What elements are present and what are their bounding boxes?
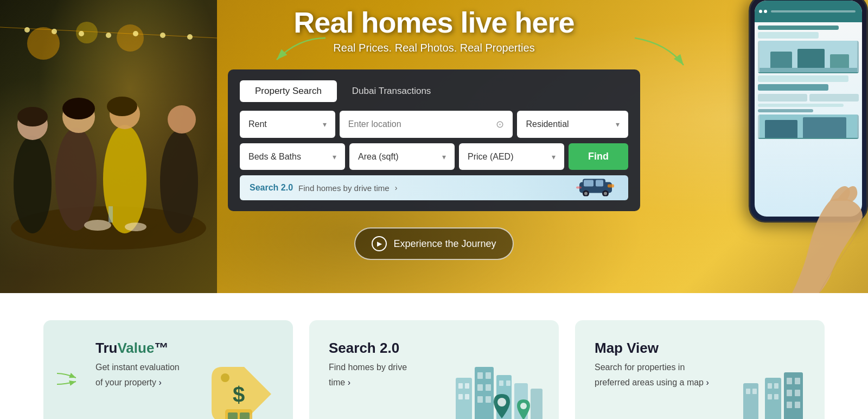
hero-subheadline: Real Prices. Real Photos. Real Propertie… (333, 42, 534, 54)
property-type-label: Residential (526, 119, 569, 129)
beds-baths-chevron: ▾ (333, 153, 336, 161)
search-tabs: Property Search Dubai Transactions (240, 80, 628, 102)
svg-rect-79 (774, 394, 778, 399)
experience-button[interactable]: ▶ Experience the Journey (354, 227, 513, 260)
truvalue-illustration: $ (195, 345, 282, 419)
search2-label: Search 2.0 (250, 183, 293, 193)
area-chevron: ▾ (442, 153, 446, 161)
tm-suffix: ™ (154, 340, 168, 356)
svg-rect-87 (743, 383, 758, 419)
area-label: Area (sqft) (358, 152, 399, 162)
price-label: Price (AED) (468, 152, 513, 162)
truvalue-link-arrow: › (159, 376, 162, 389)
svg-rect-63 (486, 384, 491, 391)
search-row-2: Beds & Baths ▾ Area (sqft) ▾ Price (AED)… (240, 143, 628, 170)
svg-rect-78 (768, 394, 772, 399)
svg-rect-84 (795, 390, 800, 396)
mapview-link-arrow: › (706, 376, 709, 389)
price-select[interactable]: Price (AED) ▾ (459, 143, 564, 170)
svg-point-39 (584, 192, 588, 195)
tab-dubai-transactions[interactable]: Dubai Transactions (337, 80, 446, 102)
svg-rect-56 (465, 383, 469, 389)
svg-rect-85 (787, 402, 792, 408)
beds-baths-label: Beds & Baths (248, 152, 301, 162)
tru-prefix: Tru (95, 340, 117, 356)
svg-rect-83 (787, 390, 792, 396)
location-input[interactable] (348, 119, 492, 129)
search2-card: Search 2.0 Find homes by drivetime › (309, 320, 559, 419)
svg-rect-67 (499, 380, 503, 386)
hero-section: Real homes live here Real Prices. Real P… (0, 0, 868, 293)
play-triangle: ▶ (377, 240, 382, 247)
truvalue-card: TruValue™ Get instant evaluationof your … (43, 320, 293, 419)
svg-point-72 (497, 398, 506, 407)
svg-rect-86 (795, 402, 800, 408)
mapview-card: Map View Search for properties inpreferr… (575, 320, 825, 419)
price-chevron: ▾ (552, 153, 556, 161)
search2-card-link[interactable]: › (348, 376, 350, 389)
hero-content: Real homes live here Real Prices. Real P… (0, 0, 868, 260)
rent-type-chevron: ▾ (323, 120, 327, 129)
property-type-chevron: ▾ (616, 120, 620, 129)
search2-arrow: › (395, 183, 398, 192)
svg-rect-89 (752, 389, 757, 394)
rent-type-select[interactable]: Rent ▾ (240, 111, 335, 138)
tab-property-search[interactable]: Property Search (240, 80, 337, 102)
area-select[interactable]: Area (sqft) ▾ (349, 143, 455, 170)
property-type-select[interactable]: Residential ▾ (517, 111, 628, 138)
svg-rect-70 (531, 389, 542, 419)
search-row-1: Rent ▾ ⊙ Residential ▾ (240, 111, 628, 138)
svg-rect-57 (458, 394, 463, 399)
feature-cards-section: TruValue™ Get instant evaluationof your … (0, 293, 868, 419)
svg-rect-43 (576, 187, 582, 189)
svg-rect-62 (477, 384, 483, 391)
truvalue-arrows (54, 363, 87, 397)
svg-rect-36 (584, 180, 593, 187)
play-icon: ▶ (372, 236, 387, 251)
mapview-illustration (716, 348, 814, 419)
svg-rect-37 (596, 180, 603, 187)
location-input-wrap: ⊙ (340, 111, 513, 138)
search2-bar[interactable]: Search 2.0 Find homes by drive time › (240, 175, 628, 200)
svg-rect-65 (486, 396, 491, 403)
value-suffix: Value (117, 340, 154, 356)
find-button[interactable]: Find (569, 143, 628, 170)
svg-rect-75 (765, 378, 781, 419)
svg-point-48 (221, 373, 229, 382)
search2-text: Find homes by drive time (298, 183, 390, 193)
location-pin-icon: ⊙ (496, 118, 504, 130)
svg-rect-64 (477, 396, 483, 403)
truvalue-link[interactable]: › (159, 376, 162, 389)
svg-rect-81 (787, 378, 792, 384)
mapview-card-link[interactable]: › (706, 376, 709, 389)
search2-link-arrow: › (348, 376, 350, 389)
svg-rect-61 (486, 372, 491, 379)
svg-rect-88 (746, 389, 750, 394)
svg-text:$: $ (233, 383, 245, 407)
beds-baths-select[interactable]: Beds & Baths ▾ (240, 143, 345, 170)
hero-headline: Real homes live here (293, 5, 574, 39)
svg-rect-60 (477, 372, 483, 379)
svg-rect-77 (774, 383, 778, 389)
svg-point-41 (604, 192, 607, 195)
search-panel: Property Search Dubai Transactions Rent … (228, 69, 640, 211)
svg-rect-68 (506, 380, 510, 386)
svg-rect-76 (768, 383, 772, 389)
svg-rect-58 (465, 394, 469, 399)
svg-rect-54 (456, 378, 472, 419)
svg-rect-51 (228, 412, 238, 419)
svg-rect-55 (458, 383, 463, 389)
svg-rect-42 (608, 185, 614, 188)
rent-type-label: Rent (248, 119, 267, 129)
experience-button-label: Experience the Journey (393, 238, 496, 250)
search2-illustration (450, 345, 548, 419)
svg-rect-52 (240, 412, 250, 419)
svg-point-74 (520, 403, 527, 409)
search2-car-icon (575, 175, 618, 201)
svg-rect-82 (795, 378, 800, 384)
